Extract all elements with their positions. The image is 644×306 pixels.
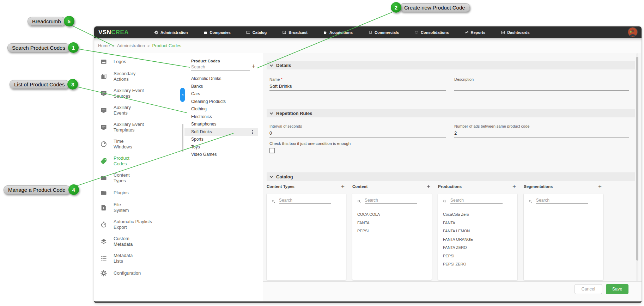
sidebar-label-line2: Templates: [114, 127, 144, 133]
one-condition-checkbox-label: Check this box if just one condition is …: [269, 141, 351, 146]
product-code-item[interactable]: Electronics: [184, 113, 258, 121]
nav-label: Consolidations: [421, 30, 449, 35]
sidebar-scrollbar-thumb[interactable]: [182, 124, 183, 152]
content-item[interactable]: PEPSI: [352, 227, 432, 235]
briefcase-icon: [203, 30, 208, 35]
more-vertical-icon[interactable]: ⋮: [250, 128, 255, 136]
breadcrumb: Home > Administration > Product Codes: [94, 38, 642, 53]
product-code-item-selected[interactable]: Soft Drinks⋮: [184, 128, 258, 136]
nav-item-companies[interactable]: Companies: [203, 30, 231, 35]
search-icon: [528, 199, 533, 203]
product-code-item[interactable]: Cleaning Products: [184, 98, 258, 106]
production-item[interactable]: PEPSI: [438, 252, 517, 261]
sidebar-item-configuration[interactable]: Configuration: [94, 267, 184, 280]
description-input[interactable]: [454, 83, 629, 91]
sidebar-item-plugins[interactable]: Plugins: [94, 186, 184, 199]
content-item[interactable]: FANTA: [352, 219, 432, 227]
nav-item-consolidations[interactable]: Consolidations: [414, 30, 449, 35]
sidebar-item-automatic-playlists-export[interactable]: Automatic PlaylistsExport: [94, 216, 184, 233]
production-item[interactable]: FANTA ORANGE: [438, 235, 517, 244]
nav-item-dashboards[interactable]: Dashboards: [501, 30, 530, 35]
callout-breadcrumb: Breadcrumb 5: [28, 16, 74, 26]
details-section-header[interactable]: Details: [267, 61, 635, 69]
vsncrea-logo[interactable]: VSNCREA: [98, 29, 129, 36]
save-button[interactable]: Save: [606, 284, 628, 294]
nav-item-broadcast[interactable]: Broadcast: [282, 30, 308, 35]
content-search-input[interactable]: [365, 197, 417, 204]
nav-item-acquisitions[interactable]: Acquisitions: [323, 30, 353, 35]
content-types-card: [267, 194, 346, 280]
main-scrollbar[interactable]: [636, 53, 638, 283]
add-content-button[interactable]: +: [427, 184, 430, 189]
nav-label: Administration: [160, 30, 188, 35]
chevron-down-icon: [270, 175, 273, 178]
production-item[interactable]: PEPSI ZERO: [438, 260, 517, 269]
nav-label: Broadcast: [288, 30, 308, 35]
production-item[interactable]: FANTA ZERO: [438, 244, 517, 252]
nav-item-commercials[interactable]: Commercials: [368, 30, 399, 35]
cancel-button[interactable]: Cancel: [575, 284, 602, 294]
content-item[interactable]: COCA COLA: [352, 210, 432, 219]
breadcrumb-home[interactable]: Home: [98, 43, 110, 48]
search-icon: [271, 199, 275, 203]
product-code-item[interactable]: Video Games: [184, 151, 258, 159]
product-code-item[interactable]: Clothing: [184, 105, 258, 113]
production-item[interactable]: FANTA: [438, 219, 517, 227]
productions-list: CocaCola Zero FANTA FANTA LEMON FANTA OR…: [438, 210, 517, 269]
breadcrumb-administration[interactable]: Administration: [117, 43, 145, 48]
folder-icon: [100, 189, 107, 196]
interval-of-seconds-input[interactable]: [269, 130, 446, 137]
nav-item-reports[interactable]: Reports: [464, 30, 486, 35]
callout-number-badge: 5: [64, 16, 74, 26]
product-code-item[interactable]: Banks: [184, 83, 258, 91]
nav-item-catalog[interactable]: Catalog: [246, 30, 267, 35]
product-codes-search-input[interactable]: [191, 64, 250, 71]
sidebar-item-metadata-lists[interactable]: MetadataLists: [94, 250, 184, 267]
product-code-item[interactable]: Sports: [184, 136, 258, 143]
gear-icon: [100, 270, 107, 277]
nav-label: Dashboards: [507, 30, 530, 35]
callout-list-of-product-codes: List of Product Codes 3: [10, 79, 78, 90]
catalog-section-header[interactable]: Catalog: [267, 172, 635, 181]
add-content-type-button[interactable]: +: [341, 184, 345, 189]
file-plus-icon: [100, 204, 107, 211]
sidebar-collapse-handle[interactable]: [180, 88, 185, 102]
sidebar-item-logos[interactable]: Logos: [94, 55, 184, 68]
production-item[interactable]: FANTA LEMON: [438, 227, 517, 235]
sidebar-item-product-codes[interactable]: ProductCodes: [94, 153, 184, 170]
column-title: Content Types: [267, 184, 294, 189]
callout-label: Create new Product Code: [400, 3, 470, 12]
sidebar-item-auxiliary-event-sources[interactable]: Auxiliary EventSources: [94, 85, 184, 102]
sidebar-item-file-system[interactable]: FileSystem: [94, 199, 184, 216]
production-item[interactable]: CocaCola Zero: [438, 210, 517, 219]
content-types-search-input[interactable]: [279, 197, 331, 204]
section-title: Details: [276, 63, 291, 68]
sidebar-item-secondary-actions[interactable]: SecondaryActions: [94, 68, 184, 85]
product-code-item[interactable]: Smartphones: [184, 121, 258, 128]
catalog-icon: [246, 30, 250, 35]
segmentations-search-input[interactable]: [536, 197, 588, 204]
ads-between-same-code-input[interactable]: [454, 130, 629, 137]
add-product-code-button[interactable]: +: [252, 63, 256, 69]
one-condition-checkbox[interactable]: [269, 148, 275, 153]
sidebar-item-auxiliary-events[interactable]: AuxiliaryEvents: [94, 102, 184, 119]
search-icon: [443, 199, 447, 203]
name-input[interactable]: [269, 83, 446, 91]
product-code-item[interactable]: Alcoholic Drinks: [184, 75, 258, 83]
nav-label: Commercials: [375, 30, 399, 35]
sidebar-item-custom-metadata[interactable]: CustomMetadata: [94, 233, 184, 250]
add-production-button[interactable]: +: [512, 184, 516, 189]
add-segmentation-button[interactable]: +: [598, 184, 602, 189]
main-scrollbar-thumb[interactable]: [636, 57, 638, 261]
callout-create-new-product-code: 2 Create new Product Code: [391, 2, 470, 13]
sidebar-item-auxiliary-event-templates[interactable]: Auxiliary EventTemplates: [94, 119, 184, 136]
product-code-item[interactable]: Toys: [184, 143, 258, 151]
nav-item-administration[interactable]: Administration: [154, 30, 188, 35]
repetition-rules-section-header[interactable]: Repetition Rules: [267, 109, 635, 117]
productions-search-input[interactable]: [450, 197, 503, 204]
product-code-item[interactable]: Cars: [184, 90, 258, 98]
sidebar-item-time-windows[interactable]: TimeWindows: [94, 136, 184, 153]
user-avatar[interactable]: [628, 27, 637, 37]
sidebar-label: File: [114, 202, 129, 208]
sidebar-item-content-types[interactable]: ContentTypes: [94, 170, 184, 186]
